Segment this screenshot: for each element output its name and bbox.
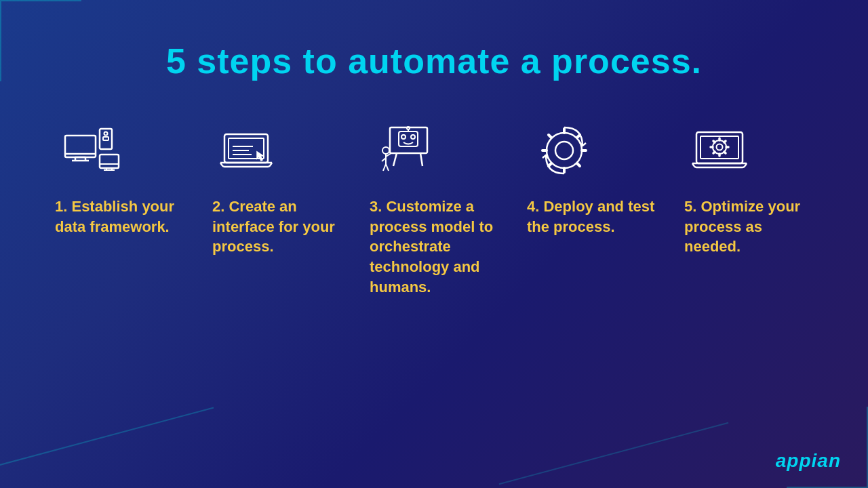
svg-point-29 [382,147,389,154]
page-background: 5 steps to automate a process. [0,0,868,488]
corner-decoration-tl [0,0,81,81]
svg-line-54 [713,141,715,142]
svg-line-55 [724,152,726,153]
diagonal-decoration-1 [0,407,214,470]
appian-logo: appian [776,450,841,472]
step-4-text: 4. Deploy and test the process. [527,197,656,237]
svg-line-57 [713,152,715,153]
laptop-cursor-icon [219,122,280,183]
step-1: 1. Establish your data framework. [55,122,184,237]
svg-line-33 [383,164,386,171]
steps-container: 1. Establish your data framework. [0,122,868,297]
gear-cycle-icon [534,122,595,183]
diagonal-decoration-2 [499,422,729,485]
step-3: 3. Customize a process model to orchestr… [370,122,498,297]
corner-decoration-br [787,407,868,488]
svg-line-28 [420,153,422,166]
step-4: 4. Deploy and test the process. [527,122,656,237]
step-5: 5. Optimize your process as needed. [684,122,813,257]
svg-point-7 [104,132,108,136]
svg-point-23 [401,135,406,139]
svg-rect-8 [103,137,108,140]
svg-rect-9 [100,155,119,168]
step-1-text: 1. Establish your data framework. [55,197,184,237]
step-3-text: 3. Customize a process model to orchestr… [370,197,498,297]
laptop-gear-icon [691,122,752,183]
step-5-text: 5. Optimize your process as needed. [684,197,813,257]
svg-line-27 [393,153,397,166]
svg-point-49 [717,144,723,150]
svg-line-41 [549,135,551,138]
svg-line-34 [386,164,389,171]
svg-point-24 [411,135,415,139]
svg-point-36 [555,142,573,159]
svg-line-42 [577,163,580,166]
computers-icon [62,122,123,183]
svg-line-56 [724,141,726,142]
page-title: 5 steps to automate a process. [166,41,702,81]
step-2-text: 2. Create an interface for your process. [212,197,341,257]
robot-presentation-icon [376,122,437,183]
step-2: 2. Create an interface for your process. [212,122,341,257]
